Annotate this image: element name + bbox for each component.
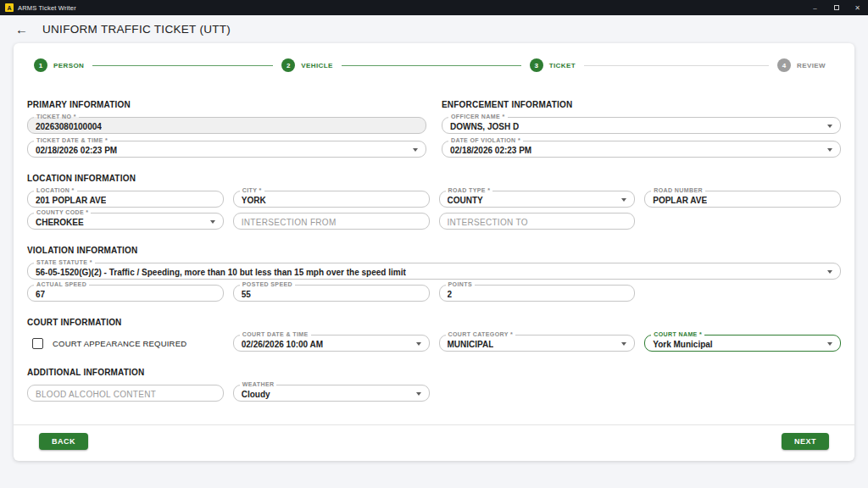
field-label: COURT NAME *: [651, 331, 704, 338]
section-title: VIOLATION INFORMATION: [27, 246, 841, 255]
field-value: POPLAR AVE: [653, 196, 707, 205]
field-label: LOCATION *: [34, 187, 77, 194]
field-label: ROAD NUMBER: [651, 187, 705, 194]
intersection-from-field[interactable]: INTERSECTION FROM: [233, 213, 430, 230]
field-label: TICKET NO *: [34, 114, 79, 120]
step-label: VEHICLE: [301, 62, 332, 69]
page-header: ← UNIFORM TRAFFIC TICKET (UTT): [0, 15, 868, 43]
field-value: 56-05-1520(G)(2) - Traffic / Speeding, m…: [36, 268, 406, 277]
checkbox-label: COURT APPEARANCE REQUIRED: [53, 339, 186, 348]
location-field[interactable]: LOCATION * 201 POPLAR AVE: [27, 191, 224, 208]
chevron-down-icon: [827, 342, 832, 346]
grid-spacer: [644, 285, 841, 302]
date-of-violation-field[interactable]: DATE OF VIOLATION * 02/18/2026 02:23 PM: [442, 141, 841, 158]
field-value: York Municipal: [653, 340, 712, 349]
chevron-down-icon: [416, 342, 421, 346]
field-value: DOWNS, JOSH D: [450, 122, 519, 131]
step-label: TICKET: [549, 62, 576, 69]
step-label: PERSON: [53, 62, 84, 69]
chevron-down-icon: [827, 270, 832, 274]
field-label: COUNTY CODE *: [34, 209, 91, 216]
field-value: 20263080100004: [36, 122, 102, 131]
blood-alcohol-content-field[interactable]: BLOOD ALCOHOL CONTENT: [27, 385, 224, 402]
court-appearance-checkbox[interactable]: [32, 338, 43, 349]
arms-logo-icon: A: [5, 3, 14, 12]
chevron-down-icon: [827, 148, 832, 152]
grid-spacer: [644, 385, 841, 402]
court-category-field[interactable]: COURT CATEGORY * MUNICIPAL: [439, 335, 636, 352]
ticket-form: PRIMARY INFORMATION TICKET NO * 20263080…: [27, 100, 841, 461]
ticket-form-card: 1 PERSON 2 VEHICLE 3 TICKET 4 REVIEW PRI…: [14, 43, 854, 461]
ticket-no-field: TICKET NO * 20263080100004: [27, 117, 426, 134]
road-type-field[interactable]: ROAD TYPE * COUNTY: [439, 191, 636, 208]
officer-name-field[interactable]: OFFICER NAME * DOWNS, JOSH D: [442, 117, 841, 134]
close-icon[interactable]: ✕: [847, 0, 868, 15]
chevron-down-icon: [621, 342, 626, 346]
step-label: REVIEW: [797, 62, 826, 69]
section-title: ENFORCEMENT INFORMATION: [442, 100, 841, 109]
form-footer: BACK NEXT: [14, 424, 854, 461]
field-placeholder: INTERSECTION FROM: [242, 218, 337, 227]
field-label: WEATHER: [240, 381, 277, 388]
top-sections: PRIMARY INFORMATION TICKET NO * 20263080…: [27, 100, 841, 158]
maximize-icon[interactable]: [826, 0, 847, 15]
field-value: 02/18/2026 02:23 PM: [36, 146, 117, 155]
step-review[interactable]: 4 REVIEW: [777, 58, 834, 72]
court-date-time-field[interactable]: COURT DATE & TIME 02/26/2026 10:00 AM: [233, 335, 430, 352]
violation-information-section: VIOLATION INFORMATION STATE STATUTE * 56…: [27, 246, 841, 302]
step-connector: [342, 65, 521, 66]
road-number-field[interactable]: ROAD NUMBER POPLAR AVE: [644, 191, 841, 208]
maximize-glyph: [834, 5, 839, 10]
field-value: 02/18/2026 02:23 PM: [450, 146, 531, 155]
enforcement-information-section: ENFORCEMENT INFORMATION OFFICER NAME * D…: [442, 100, 841, 158]
section-title: PRIMARY INFORMATION: [27, 100, 426, 109]
chevron-down-icon: [827, 125, 832, 128]
court-information-section: COURT INFORMATION COURT APPEARANCE REQUI…: [27, 318, 841, 352]
step-connector: [92, 65, 273, 66]
field-label: CITY *: [240, 187, 264, 194]
ticket-date-time-field[interactable]: TICKET DATE & TIME * 02/18/2026 02:23 PM: [27, 141, 426, 158]
step-number-badge: 3: [530, 58, 543, 72]
county-code-field[interactable]: COUNTY CODE * CHEROKEE: [27, 213, 224, 230]
field-label: STATE STATUTE *: [34, 259, 95, 266]
step-number-badge: 1: [34, 58, 47, 72]
field-label: ACTUAL SPEED: [34, 281, 89, 288]
chevron-down-icon: [621, 198, 626, 202]
field-value: MUNICIPAL: [448, 340, 494, 349]
step-person[interactable]: 1 PERSON: [34, 58, 281, 72]
field-value: 55: [242, 290, 251, 299]
weather-field[interactable]: WEATHER Cloudy: [233, 385, 430, 402]
section-title: COURT INFORMATION: [27, 318, 841, 327]
section-title: LOCATION INFORMATION: [27, 174, 841, 183]
back-button[interactable]: BACK: [39, 433, 88, 450]
step-vehicle[interactable]: 2 VEHICLE: [281, 58, 529, 72]
court-appearance-cell: COURT APPEARANCE REQUIRED: [27, 335, 224, 352]
field-label: COURT DATE & TIME: [240, 331, 311, 338]
state-statute-field[interactable]: STATE STATUTE * 56-05-1520(G)(2) - Traff…: [27, 263, 841, 280]
back-arrow-icon[interactable]: ←: [15, 23, 28, 36]
primary-information-section: PRIMARY INFORMATION TICKET NO * 20263080…: [27, 100, 426, 158]
step-ticket[interactable]: 3 TICKET: [530, 58, 777, 72]
next-button[interactable]: NEXT: [782, 433, 829, 450]
field-value: 67: [36, 290, 45, 299]
field-label: TICKET DATE & TIME *: [34, 137, 110, 144]
court-name-field[interactable]: COURT NAME * York Municipal: [644, 335, 841, 352]
field-value: 02/26/2026 10:00 AM: [242, 340, 323, 349]
field-label: COURT CATEGORY *: [446, 331, 516, 338]
points-field[interactable]: POINTS 2: [439, 285, 636, 302]
chevron-down-icon: [210, 220, 215, 224]
city-field[interactable]: CITY * YORK: [233, 191, 430, 208]
wizard-stepper: 1 PERSON 2 VEHICLE 3 TICKET 4 REVIEW: [27, 57, 841, 72]
additional-information-section: ADDITIONAL INFORMATION BLOOD ALCOHOL CON…: [27, 368, 841, 402]
intersection-to-field[interactable]: INTERSECTION TO: [439, 213, 636, 230]
actual-speed-field[interactable]: ACTUAL SPEED 67: [27, 285, 224, 302]
window-controls: – ✕: [804, 0, 868, 15]
step-number-badge: 2: [281, 58, 295, 72]
minimize-icon[interactable]: –: [804, 0, 826, 15]
step-number-badge: 4: [777, 58, 791, 72]
field-value: 201 POPLAR AVE: [36, 196, 106, 205]
field-value: Cloudy: [242, 390, 270, 399]
grid-spacer: [644, 213, 841, 230]
window-title: ARMS Ticket Writer: [18, 4, 76, 12]
posted-speed-field[interactable]: POSTED SPEED 55: [233, 285, 430, 302]
